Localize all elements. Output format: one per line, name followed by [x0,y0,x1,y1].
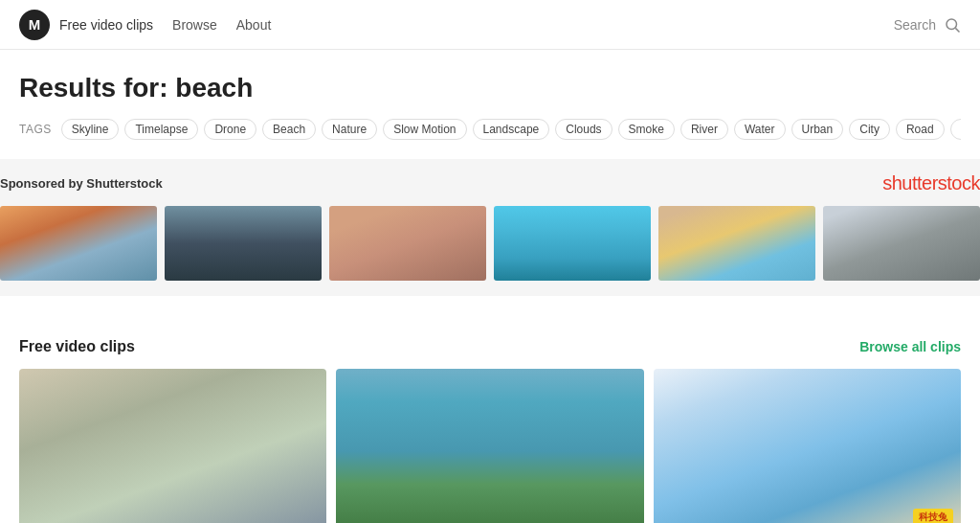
site-logo[interactable]: M Free video clips [19,10,153,40]
clips-grid: 科技兔 [19,369,961,523]
tag-river[interactable]: River [680,119,728,140]
sponsored-thumb-3[interactable] [329,206,486,281]
tag-timelapse[interactable]: Timelapse [124,119,198,140]
search-area[interactable]: Search [894,16,961,34]
sponsored-thumb-6[interactable] [823,206,980,281]
tag-landscape[interactable]: Landscape [473,119,550,140]
search-label: Search [894,17,936,33]
browse-all-link[interactable]: Browse all clips [859,339,961,354]
sponsored-header: Sponsored by Shutterstock shutterstock [0,172,980,194]
clip-thumb-1[interactable] [19,369,326,523]
svg-line-1 [955,28,959,32]
tag-beach[interactable]: Beach [262,119,316,140]
shutterstock-logo: shutterstock [882,172,980,194]
tag-slow-motion[interactable]: Slow Motion [383,119,466,140]
sponsored-section: Sponsored by Shutterstock shutterstock [0,159,980,296]
tag-water[interactable]: Water [734,119,786,140]
logo-icon: M [19,10,50,40]
nav-browse[interactable]: Browse [172,17,217,33]
watermark-badge: 科技兔 [913,509,953,523]
tag-urban[interactable]: Urban [791,119,844,140]
tags-label: TAGS [19,123,52,136]
sponsored-thumb-4[interactable] [494,206,651,281]
sponsored-thumb-5[interactable] [658,206,815,281]
tag-drone[interactable]: Drone [204,119,256,140]
sponsored-thumb-1[interactable] [0,206,157,281]
svg-point-0 [947,19,957,30]
free-header: Free video clips Browse all clips [19,338,961,355]
tag-skyline[interactable]: Skyline [61,119,120,140]
free-section: Free video clips Browse all clips 科技兔 [19,319,961,523]
tag-clouds[interactable]: Clouds [555,119,612,140]
nav-links: Browse About [172,17,271,33]
page-title: Results for: beach [19,73,961,103]
tag-nature[interactable]: Nature [322,119,377,140]
sponsored-title: Sponsored by Shutterstock [0,176,163,191]
free-clips-section: Free video clips Browse all clips 科技兔 [0,296,980,523]
nav-about[interactable]: About [236,17,272,33]
tag-city[interactable]: City [849,119,890,140]
clip-thumb-3[interactable]: 科技兔 [654,369,961,523]
brand-name: Free video clips [59,17,153,33]
tag-smoke[interactable]: Smoke [618,119,675,140]
tag-sky[interactable]: Sky [950,119,961,140]
search-icon [944,16,961,34]
tags-row: TAGS Skyline Timelapse Drone Beach Natur… [19,119,961,140]
free-clips-title: Free video clips [19,338,135,355]
main-content: Results for: beach TAGS Skyline Timelaps… [0,50,980,140]
sponsored-thumb-2[interactable] [165,206,322,281]
sponsored-grid [0,206,980,281]
clip-thumb-2[interactable] [336,369,643,523]
tag-road[interactable]: Road [896,119,945,140]
navbar: M Free video clips Browse About Search [0,0,980,50]
